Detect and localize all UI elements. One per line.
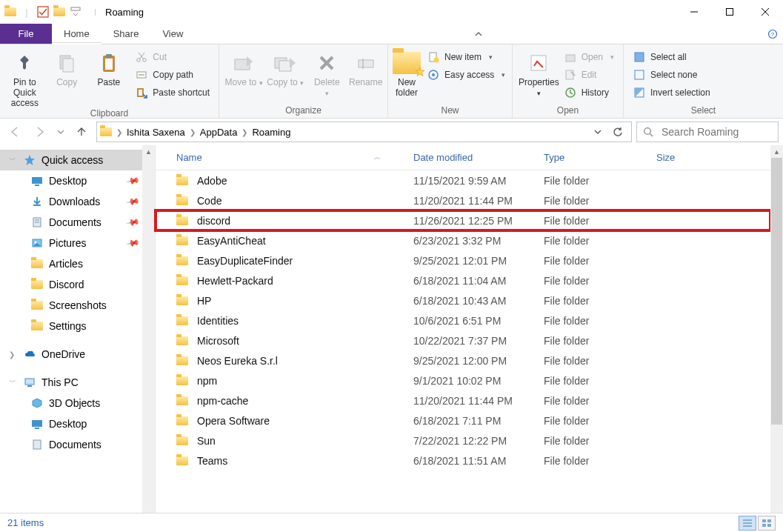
chevron-right-icon[interactable]: ❯ [115, 128, 124, 136]
nav-documents[interactable]: Documents📌 [0, 212, 155, 233]
rename-button[interactable]: Rename [348, 47, 383, 88]
properties-button[interactable]: Properties▾ [517, 47, 561, 99]
list-scrollbar[interactable]: ▲ ▼ [770, 145, 783, 532]
back-button[interactable] [4, 122, 25, 142]
table-row[interactable]: Teams6/18/2021 11:51 AMFile folder [156, 450, 770, 471]
nav-articles[interactable]: Articles [0, 253, 155, 274]
address-dropdown-button[interactable] [593, 127, 602, 136]
tab-share[interactable]: Share [101, 24, 151, 44]
copy-button[interactable]: Copy [47, 47, 87, 88]
refresh-button[interactable] [613, 127, 624, 138]
table-row[interactable]: npm-cache11/20/2021 11:44 PMFile folder [156, 390, 770, 410]
copy-path-button[interactable]: Copy path [133, 67, 214, 83]
recent-locations-button[interactable] [55, 122, 67, 142]
scrollbar-thumb[interactable] [771, 158, 782, 425]
nav-onedrive[interactable]: ❯OneDrive [0, 344, 155, 365]
table-row[interactable]: Hewlett-Packard6/18/2021 11:04 AMFile fo… [156, 270, 770, 290]
scroll-up-icon[interactable]: ▲ [770, 145, 783, 158]
file-type: File folder [535, 255, 647, 267]
column-size[interactable]: Size [647, 145, 770, 170]
folder-icon [176, 276, 188, 285]
nav-desktop-2[interactable]: Desktop [0, 413, 155, 434]
table-row[interactable]: Opera Software6/18/2021 7:11 PMFile fold… [156, 410, 770, 430]
tab-view[interactable]: View [150, 24, 195, 44]
qat-properties-checkbox[interactable] [36, 4, 50, 19]
forward-button[interactable] [30, 122, 50, 142]
column-date[interactable]: Date modified [404, 145, 535, 170]
table-row[interactable]: npm9/1/2021 10:02 PMFile folder [156, 370, 770, 390]
svg-text:?: ? [771, 31, 775, 38]
nav-3d-objects[interactable]: 3D Objects [0, 393, 155, 413]
paste-shortcut-button[interactable]: Paste shortcut [133, 84, 214, 101]
table-row[interactable]: Code11/20/2021 11:44 PMFile folder [156, 190, 770, 210]
svg-line-40 [650, 133, 653, 136]
new-folder-button[interactable]: New folder [393, 47, 421, 99]
search-box[interactable] [636, 122, 779, 142]
history-button[interactable]: History [562, 84, 619, 101]
large-icons-view-button[interactable] [758, 516, 776, 531]
file-date: 11/20/2021 11:44 PM [404, 195, 535, 207]
up-button[interactable] [71, 122, 92, 142]
minimize-button[interactable] [676, 0, 712, 24]
edit-button[interactable]: Edit [562, 67, 619, 83]
details-view-button[interactable] [739, 516, 756, 531]
nav-settings[interactable]: Settings [0, 316, 155, 336]
pin-to-quick-access-button[interactable]: Pin to Quick access [4, 47, 45, 108]
table-row[interactable]: Identities10/6/2021 6:51 PMFile folder [156, 310, 770, 330]
table-row[interactable]: Adobe11/15/2021 9:59 AMFile folder [156, 170, 770, 190]
close-button[interactable] [747, 0, 783, 24]
chevron-right-icon[interactable]: ❯ [188, 128, 197, 136]
nav-desktop[interactable]: Desktop📌 [0, 170, 155, 191]
maximize-button[interactable] [712, 0, 747, 24]
table-row[interactable]: Neos Eureka S.r.l9/25/2021 12:00 PMFile … [156, 350, 770, 370]
svg-rect-33 [566, 55, 575, 61]
search-input[interactable] [662, 126, 783, 138]
cut-button[interactable]: Cut [133, 49, 214, 65]
column-name[interactable]: Name︿ [156, 145, 404, 170]
table-row[interactable]: EasyDuplicateFinder9/25/2021 12:01 PMFil… [156, 250, 770, 270]
select-all-button[interactable]: Select all [631, 49, 715, 65]
crumb-roaming[interactable]: Roaming [252, 127, 290, 138]
collapse-ribbon-button[interactable] [464, 24, 493, 44]
copy-to-button[interactable]: Copy to ▾ [265, 47, 305, 88]
easy-access-label: Easy access [444, 70, 494, 80]
crumb-appdata[interactable]: AppData [200, 127, 238, 138]
column-type[interactable]: Type [535, 145, 647, 170]
nav-this-pc[interactable]: ﹀This PC [0, 372, 155, 393]
table-row[interactable]: HP6/18/2021 10:43 AMFile folder [156, 290, 770, 310]
file-name: Sun [197, 435, 216, 447]
tab-home[interactable]: Home [52, 24, 101, 44]
easy-access-button[interactable]: Easy access▾ [425, 67, 510, 83]
delete-button[interactable]: Delete▾ [307, 47, 347, 99]
chevron-right-icon[interactable]: ❯ [240, 128, 249, 136]
table-row[interactable]: EasyAntiCheat6/23/2021 3:32 PMFile folde… [156, 230, 770, 250]
nav-scrollbar[interactable]: ▲ ▼ [142, 145, 155, 532]
svg-rect-42 [35, 184, 39, 186]
scroll-up-icon[interactable]: ▲ [142, 145, 155, 158]
nav-documents-2[interactable]: Documents [0, 434, 155, 455]
invert-selection-button[interactable]: Invert selection [631, 84, 715, 101]
new-item-button[interactable]: New item▾ [425, 49, 510, 65]
crumb-user[interactable]: Ishita Saxena [127, 127, 185, 138]
svg-rect-9 [63, 59, 73, 72]
table-row[interactable]: Microsoft10/22/2021 7:37 PMFile folder [156, 330, 770, 350]
address-bar[interactable]: ❯ Ishita Saxena ❯ AppData ❯ Roaming [96, 122, 632, 142]
tab-file[interactable]: File [0, 24, 52, 44]
open-button[interactable]: Open▾ [562, 49, 619, 65]
copy-label: Copy [56, 78, 77, 88]
move-to-button[interactable]: Move to ▾ [224, 47, 264, 88]
nav-quick-access[interactable]: ﹀ Quick access [0, 150, 155, 170]
table-row[interactable]: discord11/26/2021 12:25 PMFile folder [156, 210, 770, 230]
new-item-icon [427, 50, 440, 64]
paste-button[interactable]: Paste [89, 47, 130, 88]
file-date: 9/1/2021 10:02 PM [404, 375, 535, 387]
svg-rect-60 [767, 524, 771, 527]
table-row[interactable]: Sun7/22/2021 12:22 PMFile folder [156, 430, 770, 450]
help-button[interactable]: ? [762, 24, 783, 44]
nav-discord[interactable]: Discord [0, 274, 155, 295]
qat-dropdown[interactable] [68, 4, 83, 19]
nav-downloads[interactable]: Downloads📌 [0, 191, 155, 212]
select-none-button[interactable]: Select none [631, 67, 715, 83]
nav-pictures[interactable]: Pictures📌 [0, 233, 155, 253]
nav-screenshots[interactable]: Screenshots [0, 295, 155, 316]
